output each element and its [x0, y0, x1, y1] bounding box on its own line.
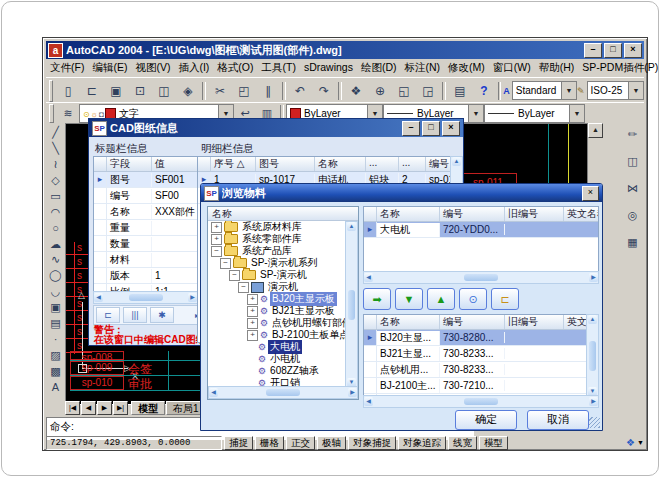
table-row[interactable]: 重量 [94, 220, 197, 236]
material-list-table[interactable]: 名称编号旧编号英文名称BJ20主显...730-8280...BJ21主显...… [363, 314, 599, 397]
menu-item-3[interactable]: 插入(I) [174, 61, 213, 75]
column-header-0[interactable]: 名称 [377, 207, 440, 221]
construction-line-button[interactable]: ╲ [46, 141, 66, 157]
scroll-thumb[interactable] [266, 389, 300, 396]
scroll-thumb[interactable] [589, 341, 596, 371]
tree-hscrollbar[interactable]: ◀▶ [208, 386, 358, 399]
zoom-window-button[interactable]: ◱ [393, 80, 415, 101]
erase-button[interactable]: ✏ [623, 125, 643, 143]
expander-icon[interactable]: − [238, 282, 249, 293]
tab-last-icon[interactable]: ▶| [113, 401, 128, 415]
circle-button[interactable]: ○ [46, 220, 66, 236]
close-button[interactable]: × [582, 186, 599, 201]
zoom-previous-button[interactable]: ◲ [417, 80, 439, 101]
scroll-right-icon[interactable]: ▶ [589, 397, 598, 406]
table-row[interactable]: 材料 [94, 252, 197, 268]
browse-dialog-titlebar[interactable]: SP 浏览物料 × [201, 184, 602, 202]
mirror-button[interactable]: ⋈ [623, 179, 643, 197]
fields-button[interactable]: ||| [123, 307, 147, 323]
table-row[interactable]: 大电机720-YDD0... [364, 222, 598, 238]
menu-item-8[interactable]: 标注(N) [401, 61, 445, 75]
expander-icon[interactable]: + [247, 318, 258, 329]
scroll-right-icon[interactable]: ▶ [188, 293, 197, 302]
expander-icon[interactable]: + [247, 294, 258, 305]
scroll-right-icon[interactable]: ▶ [589, 273, 598, 282]
array-button[interactable]: ▦ [623, 233, 643, 251]
column-header-2[interactable]: 名称 [315, 157, 366, 171]
chevron-down-icon[interactable] [561, 82, 576, 99]
text-button[interactable]: A [46, 379, 66, 395]
transfer-button[interactable]: ➡ [363, 288, 391, 310]
tab-模型[interactable]: 模型 [131, 401, 165, 415]
menu-item-2[interactable]: 视图(V) [131, 61, 174, 75]
table-row[interactable]: BJ20主显...730-8280... [364, 330, 598, 346]
scroll-thumb[interactable] [129, 294, 163, 301]
open-button[interactable]: ⊏ [81, 80, 103, 101]
undo-button[interactable]: ↶ [289, 80, 311, 101]
maximize-button[interactable]: □ [604, 43, 622, 58]
column-header-1[interactable]: 编号 [440, 207, 505, 221]
status-toggle-线宽[interactable]: 线宽 [448, 436, 477, 450]
column-header-0[interactable]: 序号 △ [211, 157, 256, 171]
expander-icon[interactable]: + [247, 306, 258, 317]
menu-item-0[interactable]: 文件(F) [46, 61, 88, 75]
ellipse-button[interactable]: ◯ [46, 268, 66, 284]
toolbar-grip[interactable] [49, 104, 54, 123]
settings-add-button[interactable]: ✱ [150, 307, 174, 323]
cancel-button[interactable]: 取消 [527, 410, 589, 430]
move-down-button[interactable]: ▼ [395, 288, 423, 310]
publish-button[interactable]: ◈ [177, 80, 199, 101]
chevron-down-icon[interactable] [468, 105, 483, 122]
titleblock-hscrollbar[interactable]: ◀▶ [93, 291, 198, 304]
table-row[interactable]: BJ-2100主...730-7210... [364, 378, 598, 394]
copy-object-button[interactable]: ◫ [623, 152, 643, 170]
status-toggle-模型[interactable]: 模型 [479, 436, 508, 450]
tab-next-icon[interactable]: ▶ [97, 401, 112, 415]
menu-item-4[interactable]: 格式(O) [213, 61, 257, 75]
help-button[interactable]: ? [473, 80, 495, 101]
scroll-left-icon[interactable]: ◀ [364, 397, 373, 406]
table-row[interactable]: BJ21主显...730-8233... [364, 346, 598, 362]
expander-icon[interactable]: − [220, 258, 231, 269]
minimize-button[interactable]: – [584, 43, 602, 58]
scroll-thumb[interactable] [464, 274, 498, 281]
column-header-0[interactable]: 字段 [107, 157, 152, 171]
text-style-combo[interactable]: Standard [512, 81, 577, 100]
table-row[interactable]: 编号SF00 [94, 188, 197, 204]
offset-button[interactable]: ◎ [623, 206, 643, 224]
tab-prev-icon[interactable]: ◀ [81, 401, 96, 415]
scroll-thumb[interactable] [464, 398, 498, 405]
menu-item-5[interactable]: 工具(T) [258, 61, 300, 75]
column-header-1[interactable]: 值 [152, 157, 198, 171]
close-button[interactable]: × [624, 43, 642, 58]
scroll-left-icon[interactable]: ◀ [364, 273, 373, 282]
tab-first-icon[interactable]: |◀ [65, 401, 80, 415]
status-toggle-极轴[interactable]: 极轴 [317, 436, 346, 450]
arc-button[interactable]: ◠ [46, 204, 66, 220]
rectangle-button[interactable]: ▭ [46, 189, 66, 205]
region-button[interactable]: ▩ [46, 363, 66, 379]
status-menu-chevron-icon[interactable]: ▼ [637, 439, 644, 446]
column-header-1[interactable]: 图号 [256, 157, 315, 171]
lineweight-combo[interactable]: ByLayer [484, 104, 585, 123]
top-table-hscrollbar[interactable]: ◀▶ [363, 271, 599, 284]
hatch-button[interactable]: ▨ [46, 347, 66, 363]
column-header-4[interactable]: ... [399, 157, 426, 171]
menu-item-10[interactable]: 窗口(W) [489, 61, 535, 75]
column-header-0[interactable]: 名称 [377, 315, 440, 329]
menu-item-9[interactable]: 修改(M) [444, 61, 489, 75]
table-row[interactable]: 名称XXX部件 [94, 204, 197, 220]
match-properties-button[interactable]: ∥ [257, 80, 279, 101]
plot-button[interactable]: ⊡ [129, 80, 151, 101]
column-header-3[interactable]: ... [366, 157, 399, 171]
pan-button[interactable]: ❖ [345, 80, 367, 101]
chevron-down-icon[interactable] [628, 82, 643, 99]
status-toggle-捕捉[interactable]: 捕捉 [224, 436, 253, 450]
scroll-left-icon[interactable]: ◀ [94, 293, 103, 302]
point-button[interactable]: · [46, 331, 66, 347]
expander-icon[interactable]: − [229, 270, 240, 281]
table-row[interactable]: 版本1 [94, 268, 197, 284]
scroll-up-icon[interactable]: ▲ [452, 157, 461, 166]
dim-style-combo[interactable]: ISO-25 [587, 81, 644, 100]
column-header-1[interactable]: 编号 [440, 315, 505, 329]
